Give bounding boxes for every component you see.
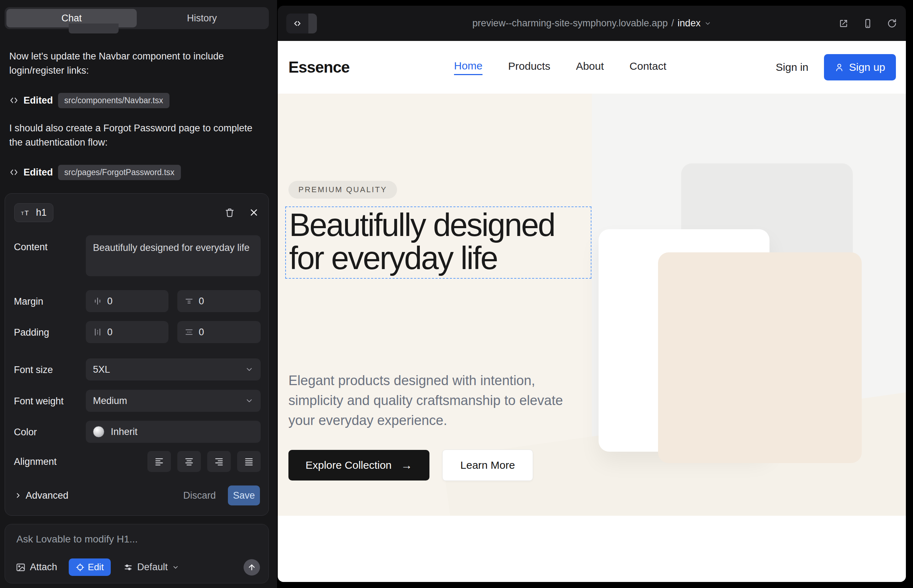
mobile-view-icon[interactable] bbox=[863, 18, 873, 29]
edit-mode-label: Edit bbox=[88, 562, 104, 573]
sidebar-tabs: Chat History bbox=[5, 7, 269, 29]
sign-in-button[interactable]: Sign in bbox=[776, 61, 809, 73]
chat-composer: Attach Edit Default bbox=[5, 524, 269, 583]
svg-text:T: T bbox=[21, 211, 24, 216]
color-value: Inherit bbox=[111, 426, 138, 438]
margin-x-input[interactable]: 0 bbox=[86, 290, 168, 312]
h1-selection-outline[interactable]: Beautifully designed for everyday life bbox=[285, 207, 591, 279]
hero-section: PREMIUM QUALITY Beautifully designed for… bbox=[278, 94, 906, 516]
code-icon bbox=[9, 168, 18, 177]
font-weight-select[interactable]: Medium bbox=[86, 390, 261, 412]
font-weight-value: Medium bbox=[93, 396, 127, 407]
sign-up-label: Sign up bbox=[849, 61, 885, 73]
attach-button[interactable]: Attach bbox=[16, 562, 57, 573]
color-swatch bbox=[93, 426, 104, 438]
margin-x-value: 0 bbox=[107, 296, 113, 307]
send-button[interactable] bbox=[244, 559, 260, 575]
margin-y-input[interactable]: 0 bbox=[177, 290, 261, 312]
open-external-icon[interactable] bbox=[838, 18, 849, 29]
learn-more-button[interactable]: Learn More bbox=[442, 449, 533, 481]
hero-description: Elegant products designed with intention… bbox=[288, 370, 577, 430]
align-center-button[interactable] bbox=[177, 451, 201, 472]
chat-message: I should also create a Forgot Password p… bbox=[9, 121, 262, 150]
chevron-down-icon bbox=[172, 564, 179, 571]
color-select[interactable]: Inherit bbox=[86, 421, 261, 443]
tab-history[interactable]: History bbox=[137, 9, 267, 27]
scrolled-file-chip-fragment bbox=[69, 24, 118, 34]
align-right-button[interactable] bbox=[207, 451, 231, 472]
selected-element-chip[interactable]: TT h1 bbox=[14, 203, 53, 222]
preview-domain: preview--charming-site-symphony.lovable.… bbox=[473, 18, 668, 29]
chevron-right-icon bbox=[14, 491, 22, 499]
mode-label: Default bbox=[137, 562, 168, 573]
explore-collection-button[interactable]: Explore Collection → bbox=[288, 450, 429, 480]
discard-button[interactable]: Discard bbox=[183, 490, 216, 501]
align-justify-button[interactable] bbox=[237, 451, 261, 472]
close-panel-button[interactable] bbox=[249, 207, 259, 218]
margin-y-value: 0 bbox=[199, 296, 204, 307]
nav-link-about[interactable]: About bbox=[576, 60, 604, 74]
premium-quality-badge: PREMIUM QUALITY bbox=[288, 181, 397, 199]
attach-label: Attach bbox=[30, 562, 57, 573]
padding-x-value: 0 bbox=[107, 327, 113, 338]
nav-link-home[interactable]: Home bbox=[454, 60, 482, 75]
header-actions: Sign in Sign up bbox=[776, 54, 896, 81]
content-textarea[interactable]: Beautifully designed for everyday life bbox=[86, 235, 261, 276]
site-logo[interactable]: Essence bbox=[288, 58, 350, 76]
delete-element-button[interactable] bbox=[224, 207, 235, 218]
font-weight-label: Font weight bbox=[14, 396, 64, 407]
alignment-label: Alignment bbox=[14, 456, 57, 467]
preview-page-name: index bbox=[678, 18, 701, 29]
nav-link-products[interactable]: Products bbox=[508, 60, 550, 74]
hero-cta-row: Explore Collection → Learn More bbox=[288, 449, 533, 481]
code-icon bbox=[9, 96, 18, 105]
element-editor-panel: TT h1 Content Beautifully designed for e… bbox=[5, 193, 269, 516]
content-label: Content bbox=[14, 241, 48, 253]
type-icon: TT bbox=[21, 208, 32, 217]
preview-topbar: preview--charming-site-symphony.lovable.… bbox=[278, 6, 906, 41]
preview-window: preview--charming-site-symphony.lovable.… bbox=[278, 6, 906, 582]
margin-label: Margin bbox=[14, 296, 44, 307]
padding-x-input[interactable]: 0 bbox=[86, 321, 168, 343]
edited-label: Edited bbox=[24, 95, 53, 106]
preview-pane: preview--charming-site-symphony.lovable.… bbox=[277, 0, 913, 588]
composer-toolbar: Attach Edit Default bbox=[16, 559, 260, 576]
margin-vertical-icon bbox=[185, 297, 194, 306]
editor-panel-footer: Advanced Discard Save bbox=[14, 485, 260, 506]
save-button[interactable]: Save bbox=[228, 486, 260, 506]
hero-title[interactable]: Beautifully designed for everyday life bbox=[289, 208, 591, 275]
composer-input[interactable] bbox=[16, 533, 251, 545]
preview-actions bbox=[838, 18, 897, 29]
user-icon bbox=[835, 63, 844, 72]
crosshair-icon bbox=[76, 563, 84, 572]
font-size-select[interactable]: 5XL bbox=[86, 359, 261, 381]
padding-y-input[interactable]: 0 bbox=[177, 321, 261, 343]
edit-mode-button[interactable]: Edit bbox=[69, 559, 111, 576]
padding-horizontal-icon bbox=[93, 328, 102, 337]
sliders-icon bbox=[123, 563, 133, 572]
site-header: Essence Home Products About Contact Sign… bbox=[278, 41, 906, 94]
font-size-label: Font size bbox=[14, 364, 53, 375]
element-tag-label: h1 bbox=[36, 207, 47, 218]
code-view-toggle[interactable] bbox=[286, 13, 317, 34]
sign-up-button[interactable]: Sign up bbox=[824, 54, 896, 81]
explore-collection-label: Explore Collection bbox=[306, 459, 392, 471]
attach-image-icon bbox=[16, 562, 26, 572]
preview-url[interactable]: preview--charming-site-symphony.lovable.… bbox=[473, 18, 711, 29]
file-chip[interactable]: src/pages/ForgotPassword.tsx bbox=[58, 165, 181, 180]
file-chip[interactable]: src/components/Navbar.tsx bbox=[58, 93, 170, 108]
advanced-toggle[interactable]: Advanced bbox=[14, 490, 68, 501]
editor-panel-header: TT h1 bbox=[14, 202, 259, 223]
panel-handle[interactable] bbox=[308, 13, 317, 34]
model-mode-select[interactable]: Default bbox=[123, 562, 179, 573]
margin-horizontal-icon bbox=[93, 297, 102, 306]
svg-text:T: T bbox=[24, 209, 29, 217]
color-label: Color bbox=[14, 426, 37, 438]
align-left-button[interactable] bbox=[147, 451, 171, 472]
refresh-icon[interactable] bbox=[887, 18, 897, 29]
hero-decor-card-cream bbox=[658, 252, 862, 463]
nav-link-contact[interactable]: Contact bbox=[630, 60, 666, 74]
site-preview: Essence Home Products About Contact Sign… bbox=[278, 41, 906, 582]
padding-label: Padding bbox=[14, 327, 49, 338]
advanced-label: Advanced bbox=[26, 490, 68, 501]
